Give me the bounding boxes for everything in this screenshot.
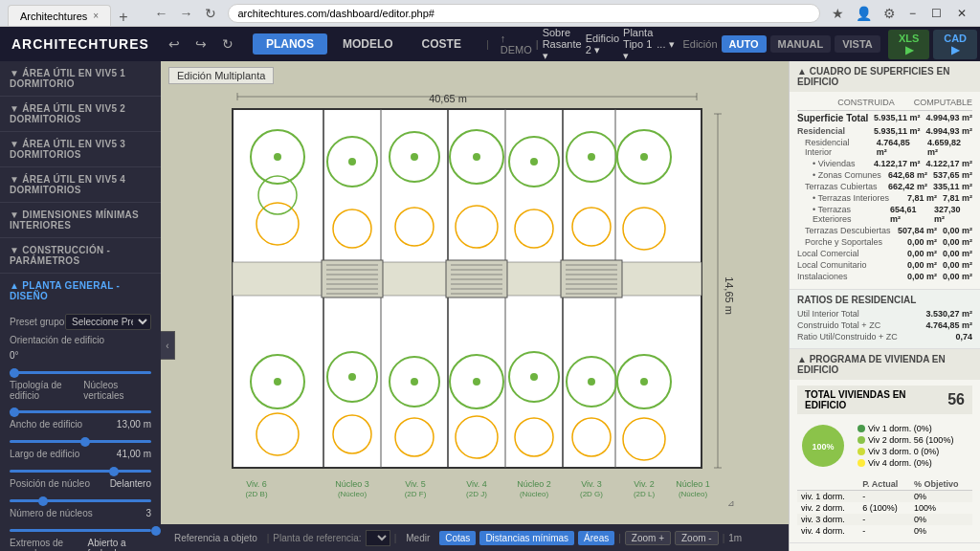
breadcrumb-more[interactable]: ... <box>657 38 665 50</box>
zoom-out-button[interactable]: Zoom - <box>675 531 719 545</box>
tab-planos[interactable]: PLANOS <box>253 33 327 55</box>
undo-button[interactable]: ↩ <box>165 34 184 54</box>
close-window-button[interactable]: ✕ <box>951 4 972 23</box>
edition-vista-button[interactable]: VISTA <box>835 35 880 53</box>
breadcrumb-edificio[interactable]: Edificio 2 ▾ <box>586 33 619 56</box>
residencial-interior-construida: 4.764,85 m² <box>877 138 922 157</box>
maximize-button[interactable]: ☐ <box>925 4 947 23</box>
ancho-value: 13,00 m <box>117 419 151 430</box>
sidebar-header-construccion[interactable]: ▼ CONSTRUCCIÓN - PARÁMETROS <box>0 238 161 273</box>
util-interior-label: Util Interior Total <box>797 309 859 319</box>
distancias-button[interactable]: Distancias mínimas <box>479 531 574 545</box>
breadcrumb-sobre-rasante[interactable]: Sobre Rasante ▾ <box>543 27 582 62</box>
svg-point-57 <box>530 158 538 165</box>
viviendas-label: • Viviendas <box>813 159 856 168</box>
floor-plan-svg[interactable]: 40,65 m 14,65 m <box>180 85 764 506</box>
tab-coste[interactable]: COSTE <box>409 33 475 55</box>
svg-text:100%: 100% <box>812 442 834 452</box>
extensions-button[interactable]: ⚙ <box>880 4 900 23</box>
sidebar-section-planta-general: ▲ PLANTA GENERAL - DISEÑO Preset grupo S… <box>0 274 161 551</box>
redo-button[interactable]: ↪ <box>191 34 211 54</box>
profile-button[interactable]: 👤 <box>852 4 876 23</box>
cuadro-superficies-header[interactable]: ▲ CUADRO DE SUPERFICIES EN EDIFICIO <box>790 61 980 92</box>
tab-modelo[interactable]: MODELO <box>329 33 407 55</box>
refresh-button[interactable]: ↻ <box>218 34 237 54</box>
breadcrumb-chevron[interactable]: ▾ <box>669 38 675 51</box>
bookmark-button[interactable]: ★ <box>828 4 848 23</box>
sidebar-header-area1[interactable]: ▼ ÁREA ÚTIL EN VIV5 1 DORMITORIO <box>0 61 161 96</box>
address-bar[interactable] <box>228 4 820 23</box>
row-2dorm-label: viv. 2 dorm. <box>797 502 858 514</box>
zoom-in-button[interactable]: Zoom + <box>625 531 671 545</box>
instalaciones-label: Instalaciones <box>797 272 848 281</box>
svg-point-72 <box>530 373 538 381</box>
svg-point-54 <box>473 153 480 161</box>
cotas-button[interactable]: Cotas <box>439 531 476 545</box>
forward-button[interactable]: → <box>176 4 197 23</box>
main-nav-tabs: PLANOS MODELO COSTE <box>253 33 475 55</box>
sidebar-header-area4[interactable]: ▼ ÁREA ÚTIL EN VIV5 4 DORMITORIOS <box>0 167 161 202</box>
superficie-total-construida: 5.935,11 m² <box>874 113 921 123</box>
pie-chart-container: 100% Viv 1 dorm. (0%) Viv 2 dorm. 56 (10… <box>797 420 972 473</box>
programa-header[interactable]: ▲ PROGRAMA DE VIVIENDA EN EDIFICIO <box>790 349 980 380</box>
svg-text:(Núcleo): (Núcleo) <box>679 490 708 498</box>
svg-text:Viv. 6: Viv. 6 <box>246 479 267 489</box>
left-sidebar: ▼ ÁREA ÚTIL EN VIV5 1 DORMITORIO ▼ ÁREA … <box>0 61 161 551</box>
sidebar-header-area2[interactable]: ▼ ÁREA ÚTIL EN VIV5 2 DORMITORIOS <box>0 97 161 131</box>
extremos-value: Abierto a fachada <box>88 538 151 551</box>
breadcrumb-planta[interactable]: Planta Tipo 1 ▾ <box>623 27 653 62</box>
referencia-button[interactable]: Referencia a objeto <box>168 531 263 545</box>
zonas-comunes-row: • Zonas Comunes 642,68 m² 537,65 m² <box>797 170 972 180</box>
ancho-slider[interactable] <box>10 434 151 449</box>
sidebar-section-area2: ▼ ÁREA ÚTIL EN VIV5 2 DORMITORIOS <box>0 97 161 132</box>
summary-row-1dorm: viv. 1 dorm. - 0% <box>797 491 972 503</box>
cad-button[interactable]: CAD ▶ <box>933 30 976 59</box>
tab-close[interactable]: × <box>93 11 99 21</box>
medir-button[interactable]: Medir <box>400 531 435 545</box>
svg-text:Núcleo 2: Núcleo 2 <box>517 479 551 489</box>
summary-row-4dorm: viv. 4 dorm. - 0% <box>797 525 972 537</box>
orientacion-slider[interactable] <box>10 365 151 380</box>
planta-ref-select[interactable] <box>366 530 390 546</box>
sidebar-header-area3[interactable]: ▼ ÁREA ÚTIL EN VIV5 3 DORMITORIOS <box>0 132 161 166</box>
cuadro-content: CONSTRUIDA COMPUTABLE Superficie Total 5… <box>790 92 980 289</box>
edition-manual-button[interactable]: MANUAL <box>770 35 832 53</box>
sidebar-header-dimensiones[interactable]: ▼ DIMENSIONES MÍNIMAS INTERIORES <box>0 203 161 237</box>
ratio-value: 0,74 <box>955 332 972 342</box>
xls-button[interactable]: XLS ▶ <box>888 30 930 59</box>
new-tab-button[interactable]: + <box>111 9 135 26</box>
reload-button[interactable]: ↻ <box>201 4 220 23</box>
canvas-area[interactable]: Edición Multiplanta 40,65 m 14,65 m <box>161 61 789 551</box>
minimize-button[interactable]: − <box>903 4 922 23</box>
sidebar-header-planta-general[interactable]: ▲ PLANTA GENERAL - DISEÑO <box>0 274 161 308</box>
row-3dorm-actual: - <box>858 514 910 525</box>
largo-slider[interactable] <box>10 464 151 478</box>
preset-select[interactable]: Seleccione Preset <box>65 314 151 330</box>
svg-point-63 <box>274 378 281 386</box>
summary-row-2dorm: viv. 2 dorm. 6 (100%) 100% <box>797 502 972 514</box>
row-4dorm-actual: - <box>858 525 910 537</box>
zonas-comunes-computable: 537,65 m² <box>933 170 972 180</box>
tipologia-slider[interactable] <box>10 405 151 419</box>
summary-col2: % Objetivo <box>910 478 972 491</box>
browser-tab-active[interactable]: Architechtures × <box>8 5 111 26</box>
ratios-header: RATIOS DE RESIDENCIAL <box>797 295 972 305</box>
edition-auto-button[interactable]: AUTO <box>722 35 767 53</box>
svg-text:(2D B): (2D B) <box>245 490 267 498</box>
util-interior-row: Util Interior Total 3.530,27 m² <box>797 309 972 319</box>
svg-text:Viv. 5: Viv. 5 <box>405 479 426 489</box>
nucleos-slider[interactable] <box>10 523 151 538</box>
posicion-nucleo-slider[interactable] <box>10 494 151 508</box>
zonas-comunes-construida: 642,68 m² <box>888 170 927 180</box>
sidebar-section-dimensiones: ▼ DIMENSIONES MÍNIMAS INTERIORES <box>0 203 161 238</box>
collapse-sidebar-button[interactable]: ‹ <box>161 331 175 360</box>
back-button[interactable]: ← <box>151 4 172 23</box>
svg-point-66 <box>348 373 356 381</box>
instalaciones-row: Instalaciones 0,00 m² 0,00 m² <box>797 272 972 281</box>
porche-construida: 0,00 m² <box>907 237 937 247</box>
orientacion-value-row: 0° <box>10 350 151 361</box>
areas-button[interactable]: Áreas <box>578 531 614 545</box>
preset-grupo-label: Preset grupo <box>10 317 64 327</box>
legend-dot-4dorm <box>858 459 865 467</box>
terrazas-exteriores-computable: 327,30 m² <box>934 205 972 224</box>
